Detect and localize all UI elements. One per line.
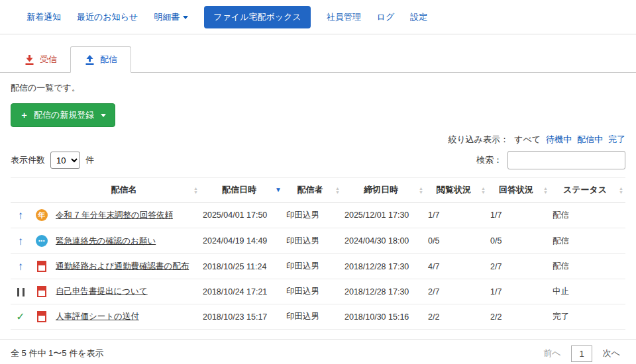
status-text: 配信 <box>550 203 625 228</box>
pagination: 前へ 1 次へ <box>538 345 625 362</box>
view-status: 2/7 <box>425 279 488 304</box>
delivery-deadline: 2018/12/28 17:30 <box>342 279 425 304</box>
plus-icon <box>20 109 28 121</box>
column-header-status[interactable]: ステータス <box>550 178 625 203</box>
column-header-deadline[interactable]: 締切日時 <box>342 178 425 203</box>
column-header-date[interactable]: 配信日時 <box>200 178 284 203</box>
delivery-name-link[interactable]: 令和 7 年分年末調整の回答依頼 <box>56 210 173 220</box>
page-description: 配信の一覧です。 <box>0 73 636 101</box>
sort-icon[interactable] <box>619 187 623 194</box>
delivery-type-icon <box>36 209 48 221</box>
status-text: 中止 <box>550 279 625 304</box>
table-row: 人事評価シートの送付 2018/10/23 15:17 印田込男 2018/10… <box>11 304 625 330</box>
view-status: 4/7 <box>425 254 488 279</box>
delivery-deadline: 2018/12/28 17:30 <box>342 254 425 279</box>
delivery-state-icon <box>17 288 25 296</box>
new-delivery-button[interactable]: 配信の新規登録 <box>11 103 115 127</box>
column-label: ステータス <box>563 185 607 195</box>
search-input[interactable] <box>507 151 625 169</box>
sort-icon[interactable] <box>335 187 340 194</box>
tab-send[interactable]: 配信 <box>70 46 131 73</box>
tab-send-label: 配信 <box>100 54 117 66</box>
column-label: 配信名 <box>111 185 137 195</box>
result-summary: 全 5 件中 1〜5 件を表示 <box>11 347 103 359</box>
top-navigation: 新着通知 最近のお知らせ 明細書 ファイル宅配ボックス 社員管理 ログ 設定 <box>0 0 636 34</box>
delivery-date: 2018/10/24 17:21 <box>200 279 284 304</box>
download-icon <box>24 54 35 66</box>
delivery-type-icon <box>37 311 46 322</box>
delivery-name-link[interactable]: 通勤経路および通勤費確認書の配布 <box>56 261 189 271</box>
status-text: 配信 <box>550 254 625 279</box>
filter-bar: 絞り込み表示： すべて 待機中 配信中 完了 <box>0 128 636 146</box>
delivery-name-link[interactable]: 自己申告書提出について <box>56 287 148 296</box>
nav-item-recent-news[interactable]: 最近のお知らせ <box>77 11 138 23</box>
delivery-name-link[interactable]: 緊急連絡先の確認のお願い <box>56 236 156 246</box>
table-row: 緊急連絡先の確認のお願い 2024/04/19 14:49 印田込男 2024/… <box>11 228 625 254</box>
sort-icon[interactable] <box>543 187 548 194</box>
upload-icon <box>84 54 95 66</box>
view-status: 0/5 <box>425 228 488 254</box>
delivery-date: 2018/10/25 11:24 <box>200 254 284 279</box>
tab-bar: 受信 配信 <box>0 34 636 73</box>
delivery-sender: 印田込男 <box>284 279 342 304</box>
delivery-sender: 印田込男 <box>284 254 342 279</box>
nav-item-statements-label: 明細書 <box>154 12 180 22</box>
view-status: 2/2 <box>425 304 488 330</box>
status-text: 配信 <box>550 228 625 254</box>
column-header-name[interactable]: 配信名 <box>53 178 200 203</box>
sort-icon[interactable] <box>193 187 198 194</box>
filter-option-done[interactable]: 完了 <box>608 134 625 146</box>
display-count-suffix: 件 <box>85 154 94 166</box>
delivery-date: 2018/10/23 15:17 <box>200 304 284 330</box>
filter-label: 絞り込み表示： <box>448 134 509 146</box>
display-count-select[interactable]: 10 <box>50 152 80 169</box>
status-text: 完了 <box>550 304 625 330</box>
list-controls: 表示件数 10 件 検索： <box>0 146 636 177</box>
delivery-date: 2025/04/01 17:50 <box>200 203 284 228</box>
nav-item-file-delivery-box[interactable]: ファイル宅配ボックス <box>204 6 310 28</box>
display-count-label: 表示件数 <box>11 154 45 166</box>
filter-option-all[interactable]: すべて <box>514 134 541 146</box>
nav-item-settings[interactable]: 設定 <box>410 11 427 23</box>
answer-status: 2/2 <box>488 304 550 330</box>
prev-page-button[interactable]: 前へ <box>538 345 566 362</box>
next-page-button[interactable]: 次へ <box>598 345 625 362</box>
column-label: 締切日時 <box>364 185 398 195</box>
delivery-sender: 印田込男 <box>284 203 342 228</box>
new-delivery-button-label: 配信の新規登録 <box>34 109 94 121</box>
caret-down-icon <box>101 114 106 117</box>
delivery-name-link[interactable]: 人事評価シートの送付 <box>56 312 139 321</box>
page-number-button[interactable]: 1 <box>571 345 592 362</box>
column-label: 閲覧状況 <box>437 185 471 195</box>
tab-receive[interactable]: 受信 <box>11 47 70 72</box>
nav-item-statements[interactable]: 明細書 <box>154 11 188 23</box>
nav-item-log[interactable]: ログ <box>377 11 395 23</box>
sort-icon[interactable] <box>481 187 486 194</box>
delivery-state-icon <box>18 210 24 221</box>
search-label: 検索： <box>476 154 502 166</box>
delivery-type-icon <box>37 286 46 297</box>
column-header-sender[interactable]: 配信者 <box>284 178 342 203</box>
answer-status: 1/7 <box>488 203 550 228</box>
answer-status: 2/7 <box>488 254 550 279</box>
table-header-row: 配信名 配信日時 配信者 締切日時 閲覧状況 回答状況 ステータス <box>11 178 625 203</box>
filter-option-delivering[interactable]: 配信中 <box>577 134 603 146</box>
column-header-views[interactable]: 閲覧状況 <box>425 178 488 203</box>
sort-icon[interactable] <box>419 187 423 194</box>
delivery-sender: 印田込男 <box>284 228 342 254</box>
table-row: 令和 7 年分年末調整の回答依頼 2025/04/01 17:50 印田込男 2… <box>11 203 625 228</box>
table-row: 自己申告書提出について 2018/10/24 17:21 印田込男 2018/1… <box>11 279 625 304</box>
filter-option-waiting[interactable]: 待機中 <box>546 134 572 146</box>
tab-receive-label: 受信 <box>40 54 57 66</box>
nav-item-employee-management[interactable]: 社員管理 <box>327 11 361 23</box>
view-status: 1/7 <box>425 203 488 228</box>
column-header-answers[interactable]: 回答状況 <box>488 178 550 203</box>
delivery-sender: 印田込男 <box>284 304 342 330</box>
table-footer: 全 5 件中 1〜5 件を表示 前へ 1 次へ <box>0 339 636 364</box>
column-label: 配信者 <box>297 185 323 195</box>
delivery-state-icon <box>18 236 24 247</box>
delivery-state-icon <box>16 312 25 322</box>
nav-item-new-notifications[interactable]: 新着通知 <box>26 11 61 23</box>
sort-icon[interactable] <box>275 187 282 193</box>
delivery-type-icon <box>36 235 48 247</box>
